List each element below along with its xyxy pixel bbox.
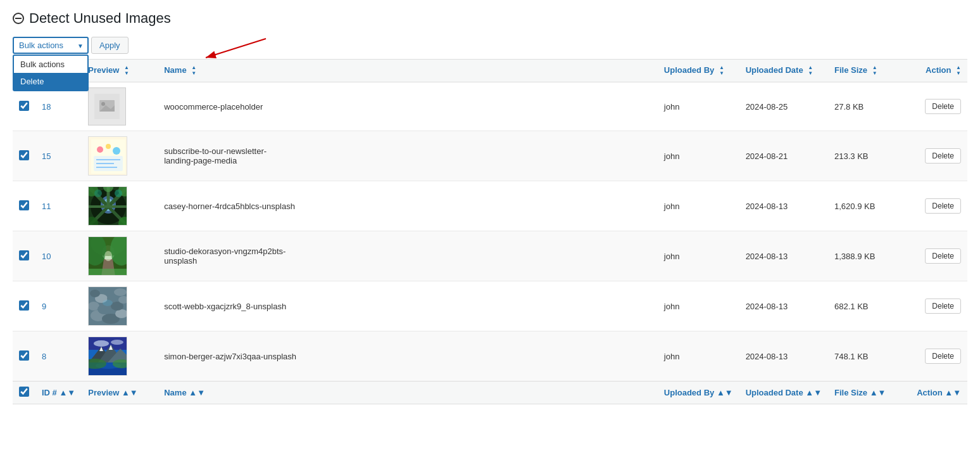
row-id: 18 xyxy=(42,102,51,112)
footer-select-all-checkbox[interactable] xyxy=(19,387,29,397)
table-row: 8 xyxy=(13,331,967,382)
delete-button[interactable]: Delete xyxy=(925,148,961,164)
svg-point-53 xyxy=(103,300,113,306)
svg-point-9 xyxy=(106,144,111,149)
row-uploader: john xyxy=(664,352,680,361)
row-checkbox[interactable] xyxy=(19,150,29,160)
dropdown-item-bulk-actions[interactable]: Bulk actions xyxy=(14,56,87,73)
svg-point-10 xyxy=(113,147,120,155)
row-uploader: john xyxy=(664,252,680,261)
footer-col-id[interactable]: ID # ▲▼ xyxy=(35,382,82,404)
table-row: 11 xyxy=(13,181,967,231)
dropdown-item-delete[interactable]: Delete xyxy=(14,73,87,90)
row-name: casey-horner-4rdca5hblcs-unsplash xyxy=(164,202,295,211)
svg-point-8 xyxy=(97,146,103,153)
delete-button[interactable]: Delete xyxy=(925,99,961,114)
footer-col-action[interactable]: Action ▲▼ xyxy=(904,382,967,404)
sort-arrows-preview: ▲▼ xyxy=(124,65,129,76)
col-header-file-size[interactable]: File Size ▲▼ xyxy=(828,60,904,82)
col-header-name[interactable]: Name ▲▼ xyxy=(158,60,658,82)
sort-arrows-file-size: ▲▼ xyxy=(872,65,877,76)
preview-image xyxy=(88,286,127,326)
row-size: 1,388.9 KB xyxy=(834,252,875,261)
images-table: ID # ▲▼ Preview ▲▼ Name ▲▼ Uploaded By ▲… xyxy=(13,59,967,404)
svg-point-58 xyxy=(111,340,123,345)
row-name: studio-dekorasyon-vngzm4p2bts-unsplash xyxy=(164,247,286,266)
row-date: 2024-08-13 xyxy=(746,352,788,361)
row-date: 2024-08-25 xyxy=(746,102,788,112)
row-date: 2024-08-13 xyxy=(746,252,788,261)
table-row: 15 xyxy=(13,131,967,181)
delete-button[interactable]: Delete xyxy=(925,198,961,214)
delete-button[interactable]: Delete xyxy=(925,248,961,264)
row-id: 9 xyxy=(42,302,46,311)
svg-point-52 xyxy=(114,288,127,296)
row-uploader: john xyxy=(664,102,680,112)
row-date: 2024-08-13 xyxy=(746,302,788,311)
svg-point-51 xyxy=(90,290,100,297)
minus-icon xyxy=(13,13,24,24)
row-checkbox[interactable] xyxy=(19,200,29,210)
footer-col-preview[interactable]: Preview ▲▼ xyxy=(82,382,158,404)
preview-image xyxy=(88,87,126,125)
row-size: 213.3 KB xyxy=(834,151,869,161)
preview-image xyxy=(88,337,127,376)
footer-col-uploaded-date[interactable]: Uploaded Date ▲▼ xyxy=(739,382,828,404)
col-header-uploaded-by[interactable]: Uploaded By ▲▼ xyxy=(658,60,739,82)
row-size: 1,620.9 KB xyxy=(834,202,875,211)
row-size: 27.8 KB xyxy=(834,102,864,112)
row-size: 682.1 KB xyxy=(834,302,869,311)
row-name: subscribe-to-our-newsletter-landing-page… xyxy=(164,146,267,165)
sort-arrows-action: ▲▼ xyxy=(956,65,961,76)
sort-arrows-uploaded-date: ▲▼ xyxy=(808,65,813,76)
preview-image xyxy=(88,136,127,176)
sort-arrows-uploaded-by: ▲▼ xyxy=(719,65,724,76)
svg-point-31 xyxy=(94,189,102,197)
sort-arrows-name: ▲▼ xyxy=(191,65,196,76)
bulk-actions-dropdown: Bulk actions Delete xyxy=(13,55,89,91)
row-id: 10 xyxy=(42,252,51,261)
footer-col-file-size[interactable]: File Size ▲▼ xyxy=(828,382,904,404)
bulk-actions-select[interactable]: Bulk actions Delete xyxy=(13,37,89,54)
preview-image xyxy=(88,186,127,226)
row-checkbox[interactable] xyxy=(19,101,29,111)
col-header-uploaded-date[interactable]: Uploaded Date ▲▼ xyxy=(739,60,828,82)
page-title: Detect Unused Images xyxy=(29,10,171,27)
footer-col-uploaded-by[interactable]: Uploaded By ▲▼ xyxy=(658,382,739,404)
row-checkbox[interactable] xyxy=(19,300,29,311)
table-row: 18 woocommerce-placeholder john xyxy=(13,82,967,131)
table-row: 9 xyxy=(13,281,967,331)
delete-button[interactable]: Delete xyxy=(925,298,961,314)
row-name: woocommerce-placeholder xyxy=(164,102,263,112)
row-id: 8 xyxy=(42,352,46,361)
footer-col-name[interactable]: Name ▲▼ xyxy=(158,382,658,404)
svg-point-40 xyxy=(104,251,112,261)
col-header-action[interactable]: Action ▲▼ xyxy=(904,60,967,82)
preview-image xyxy=(88,236,127,276)
apply-button[interactable]: Apply xyxy=(91,37,129,54)
bulk-actions-wrapper: Bulk actions Delete ▼ Bulk actions Delet… xyxy=(13,37,89,54)
col-header-preview[interactable]: Preview ▲▼ xyxy=(82,60,158,82)
table-row: 10 xyxy=(13,231,967,281)
svg-point-32 xyxy=(115,189,122,197)
svg-rect-39 xyxy=(89,269,127,276)
row-size: 748.1 KB xyxy=(834,352,869,361)
svg-point-57 xyxy=(94,340,109,347)
row-id: 11 xyxy=(42,202,51,211)
row-uploader: john xyxy=(664,151,680,161)
row-uploader: john xyxy=(664,202,680,211)
row-date: 2024-08-13 xyxy=(746,202,788,211)
row-checkbox[interactable] xyxy=(19,350,29,361)
svg-point-4 xyxy=(101,102,105,106)
row-checkbox[interactable] xyxy=(19,250,29,260)
row-uploader: john xyxy=(664,302,680,311)
row-name: scott-webb-xgacjzrk9_8-unsplash xyxy=(164,302,286,311)
placeholder-icon xyxy=(94,94,120,119)
delete-button[interactable]: Delete xyxy=(925,349,961,364)
row-id: 15 xyxy=(42,151,51,161)
row-name: simon-berger-azjw7xi3qaa-unsplash xyxy=(164,352,296,361)
row-date: 2024-08-21 xyxy=(746,151,788,161)
